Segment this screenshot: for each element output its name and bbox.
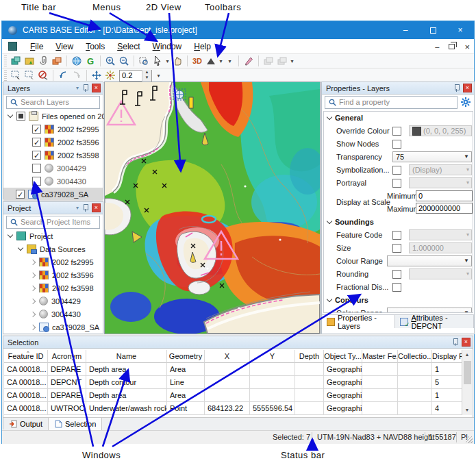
fractional-checkbox[interactable] [392, 283, 401, 292]
override-colour-checkbox[interactable] [392, 127, 401, 136]
checkbox-unchecked[interactable] [32, 164, 41, 173]
profile-view-dropdown[interactable]: ▾ [218, 58, 224, 64]
feature-code-dropdown[interactable]: ▾ [409, 229, 472, 240]
select-by-line-button[interactable] [56, 69, 70, 82]
tolerance-input[interactable] [120, 71, 142, 79]
chevron-right-icon[interactable] [30, 259, 36, 264]
chevron-down-icon[interactable] [18, 245, 23, 251]
layer-item[interactable]: 3004430 [3, 175, 103, 188]
tolerance-spin-buttons[interactable]: ▲▼ [142, 70, 151, 82]
layers-close-button[interactable]: × [92, 84, 101, 92]
web-map-button[interactable] [70, 55, 84, 67]
zoom-out-button[interactable] [117, 55, 131, 67]
menu-view[interactable]: View [49, 40, 79, 53]
mdi-minimize-button[interactable]: – [435, 42, 439, 51]
layers-search-box[interactable] [6, 96, 100, 109]
tab-selection[interactable]: Selection [49, 418, 102, 430]
menu-select[interactable]: Select [111, 40, 146, 53]
snap-radius-button[interactable] [103, 69, 117, 82]
pin-icon[interactable] [82, 84, 89, 92]
menu-help[interactable]: Help [188, 40, 217, 53]
section-contours[interactable]: Contours [324, 294, 473, 307]
project-item[interactable]: 2002 fs3596 [3, 268, 103, 281]
transparency-dropdown[interactable]: 75▼ [392, 151, 472, 162]
chevron-down-icon[interactable] [8, 112, 13, 118]
scroll-thumb[interactable] [464, 361, 471, 384]
table-row[interactable]: CA 00018...DEPAREDepth areaAreaGeographi… [4, 363, 465, 376]
col-display-priority[interactable]: Display Pr... [432, 350, 465, 363]
chevron-right-icon[interactable] [30, 298, 36, 303]
export-layers-button[interactable] [275, 55, 289, 67]
selection-close-button[interactable]: × [462, 338, 471, 347]
toolbar-overflow-1[interactable]: ▾ [227, 58, 233, 64]
panel-menu-icon[interactable]: ▾ [76, 85, 79, 91]
rounding-checkbox[interactable] [392, 270, 401, 279]
col-collection[interactable]: Collectio... [398, 350, 432, 363]
layer-item-selected[interactable]: ✓ ca379028_SA [3, 188, 103, 201]
tab-properties-layers[interactable]: Properties - Layers [322, 315, 395, 328]
table-scrollbar[interactable]: ▲ ▼ [462, 350, 472, 415]
col-object-type[interactable]: Object Ty... [324, 350, 362, 363]
table-row[interactable]: CA 00018...UWTROCUnderwater/awash rockPo… [4, 402, 465, 415]
project-item[interactable]: 2002 fs2995 [3, 255, 103, 268]
portrayal-checkbox[interactable] [392, 179, 401, 188]
project-item[interactable]: 3004430 [3, 308, 103, 321]
sounding-colour-range-dropdown[interactable]: ▼ [387, 255, 472, 266]
status-crs[interactable]: UTM-19N-Nad83 + NAVD88 height [317, 433, 434, 441]
symbolization-dropdown[interactable]: (Display)▾ [409, 164, 472, 175]
layers-panel-header[interactable]: Layers ▾ × [3, 82, 103, 95]
close-button[interactable]: × [447, 21, 474, 39]
copy-layer-button[interactable] [50, 55, 64, 67]
maximum-scale-input[interactable] [416, 203, 473, 214]
minimum-scale-input[interactable] [416, 190, 473, 201]
col-feature-id[interactable]: ⌃Feature ID [4, 350, 48, 363]
view-3d-button[interactable]: 3D [190, 55, 204, 67]
toolbar-grip-2[interactable] [4, 70, 7, 81]
toolbar-grip[interactable] [4, 55, 7, 66]
col-x[interactable]: X [205, 350, 250, 363]
data-sources-node[interactable]: Data Sources [3, 242, 103, 255]
table-header-row[interactable]: ⌃Feature ID Acronym Name Geometry X Y De… [4, 350, 465, 363]
zoom-in-button[interactable] [103, 55, 117, 67]
table-row[interactable]: CA 00018...DEPCNTDepth contourLineGeogra… [4, 376, 465, 389]
col-geometry[interactable]: Geometry [167, 350, 205, 363]
layers-search-input[interactable] [21, 98, 99, 106]
section-general[interactable]: General [324, 112, 473, 125]
pin-icon[interactable] [451, 338, 459, 347]
menu-file[interactable]: File [24, 40, 49, 53]
property-search-box[interactable] [325, 96, 458, 109]
zoom-window-button[interactable] [137, 55, 151, 67]
profile-view-button[interactable] [204, 55, 218, 67]
menu-tools[interactable]: Tools [79, 40, 111, 53]
symbolization-checkbox[interactable] [392, 166, 401, 175]
show-nodes-checkbox[interactable] [392, 140, 401, 149]
select-by-area-button[interactable] [70, 69, 84, 82]
selection-panel-header[interactable]: Selection × [3, 336, 473, 349]
add-to-selection-button[interactable] [23, 69, 36, 82]
merge-layers-button[interactable] [262, 55, 275, 67]
layer-item[interactable]: ✓ 2002 fs3598 [3, 149, 103, 162]
rounding-dropdown[interactable]: ▾ [409, 268, 472, 279]
properties-close-button[interactable]: × [463, 84, 472, 92]
open-project-button[interactable] [23, 55, 36, 67]
col-acronym[interactable]: Acronym [48, 350, 86, 363]
chevron-down-icon[interactable] [8, 232, 13, 238]
mdi-close-button[interactable]: × [464, 42, 470, 52]
project-panel-header[interactable]: Project ▾ × [3, 202, 103, 214]
new-project-button[interactable] [9, 55, 23, 67]
mdi-restore-button[interactable] [449, 44, 455, 49]
size-checkbox[interactable] [392, 244, 401, 253]
feature-code-checkbox[interactable] [392, 231, 401, 240]
title-bar[interactable]: CARIS BASE Editor - [D:\Data\sept_isle.p… [2, 21, 474, 39]
chevron-right-icon[interactable] [30, 285, 36, 290]
section-soundings[interactable]: Soundings [324, 216, 473, 229]
tab-output[interactable]: Output [3, 418, 49, 430]
chevron-right-icon[interactable] [30, 324, 36, 329]
col-master-feature[interactable]: Master Fe... [362, 350, 398, 363]
select-cursor-button[interactable] [151, 55, 164, 67]
contour-colour-range-dropdown[interactable]: ▼ [387, 308, 472, 313]
portrayal-dropdown[interactable]: ▾ [409, 177, 472, 188]
layer-item[interactable]: 3004429 [3, 162, 103, 175]
pan-hand-button[interactable] [171, 55, 184, 67]
scroll-down-icon[interactable]: ▼ [462, 405, 472, 415]
